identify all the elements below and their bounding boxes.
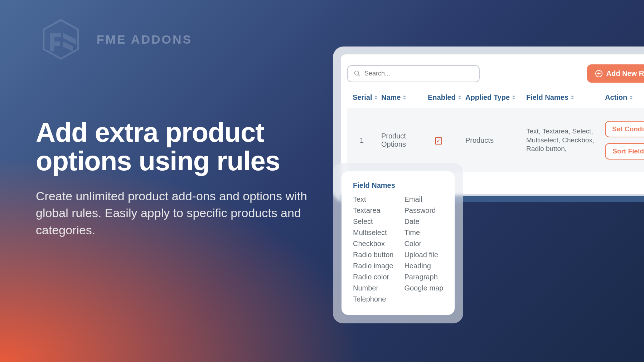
sort-icon [571,96,574,99]
field-names-popup: Field Names Text Textarea Select Multise… [342,171,455,315]
field-type-item: Heading [404,262,443,270]
set-conditions-button[interactable]: Set Conditions [605,121,644,137]
field-type-item: Radio button [353,251,393,259]
col-enabled[interactable]: Enabled [428,93,465,102]
col-field-names[interactable]: Field Names [526,93,598,102]
hero-section: Add extra product options using rules Cr… [36,118,308,239]
popup-columns: Text Textarea Select Multiselect Checkbo… [353,195,443,303]
svg-line-2 [358,74,360,76]
search-input[interactable] [364,70,473,77]
field-type-item: Color [404,240,443,248]
rules-table: Serial Name Enabled Applied Type Field N… [347,93,644,172]
field-type-item: Password [404,206,443,215]
svg-point-1 [355,71,359,75]
field-type-item: Multiselect [353,229,393,237]
field-type-item: Radio image [353,262,393,270]
hero-title: Add extra product options using rules [36,118,308,175]
search-icon [354,70,361,77]
cell-enabled: ✓ [428,136,465,145]
field-names-popup-frame: Field Names Text Textarea Select Multise… [333,163,463,323]
field-type-item: Checkbox [353,240,393,248]
hero-subtitle: Create unlimited product add-ons and opt… [36,188,308,239]
table-header: Serial Name Enabled Applied Type Field N… [347,93,644,108]
popup-col-2: Email Password Date Time Color Upload fi… [404,195,443,303]
field-type-item: Select [353,217,393,226]
add-new-role-button[interactable]: Add New Role [587,64,644,83]
cell-field-names: Text, Textarea, Select, Multiselect, Che… [526,127,598,153]
brand-name: FME ADDONS [97,33,192,47]
field-type-item: Telephone [353,295,393,303]
sort-icon [512,96,515,99]
enabled-checkbox[interactable]: ✓ [435,137,442,145]
field-type-item: Google map [404,284,443,292]
field-type-item: Email [404,195,443,204]
toolbar: Add New Role [347,64,644,83]
field-type-item: Textarea [353,206,393,215]
plus-circle-icon [595,70,603,78]
cell-actions: Set Conditions Sort Field [598,121,644,160]
col-action[interactable]: Action [598,93,644,102]
field-type-item: Radio color [353,273,393,281]
col-applied-type[interactable]: Applied Type [465,93,526,102]
field-type-item: Text [353,195,393,204]
field-type-item: Paragraph [404,273,443,281]
sort-icon [629,96,633,99]
cell-applied-type: Products [465,136,526,145]
sort-icon [458,96,461,99]
search-field-wrap[interactable] [347,65,480,82]
sort-icon [403,96,406,99]
field-type-item: Upload file [404,251,443,259]
sort-field-button[interactable]: Sort Field [605,143,644,160]
brand-logo [36,18,86,61]
field-type-item: Time [404,229,443,237]
popup-title: Field Names [353,181,443,190]
add-role-label: Add New Role [606,69,644,78]
col-serial[interactable]: Serial [347,93,381,102]
field-type-item: Date [404,217,443,226]
sort-icon [374,96,378,99]
field-type-item: Number [353,284,393,292]
popup-col-1: Text Textarea Select Multiselect Checkbo… [353,195,393,303]
col-name[interactable]: Name [381,93,428,102]
cell-name: Product Options [381,132,428,148]
cell-serial: 1 [347,136,381,145]
